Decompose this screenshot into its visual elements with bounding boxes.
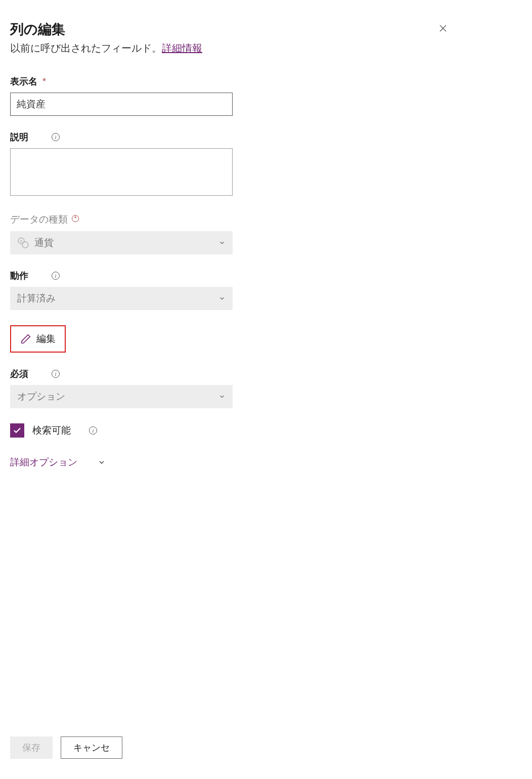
info-icon[interactable]: i: [52, 272, 60, 280]
currency-icon: $: [17, 237, 29, 249]
cancel-button[interactable]: キャンセ: [61, 737, 122, 759]
behavior-dropdown: 計算済み: [10, 287, 233, 310]
data-type-label: データの種類: [10, 213, 68, 226]
info-icon[interactable]: i: [89, 426, 97, 435]
checkmark-icon: [13, 426, 22, 435]
subtitle-text: 以前に呼び出されたフィールド。: [10, 42, 162, 54]
advanced-options-toggle[interactable]: 詳細オプション: [10, 456, 522, 469]
data-type-dropdown: $ 通貨: [10, 231, 233, 254]
advanced-options-label: 詳細オプション: [10, 456, 77, 469]
display-name-label: 表示名: [10, 75, 37, 88]
description-label: 説明: [10, 131, 28, 143]
edit-button-label: 編集: [36, 332, 56, 345]
data-type-value: 通貨: [34, 236, 54, 249]
pencil-icon: [20, 333, 31, 344]
learn-more-link[interactable]: 詳細情報: [162, 42, 202, 54]
chevron-down-icon: [98, 458, 106, 466]
chevron-down-icon: [218, 239, 226, 246]
close-icon: [438, 24, 448, 33]
searchable-label: 検索可能: [32, 424, 71, 437]
info-icon[interactable]: i: [52, 370, 60, 378]
svg-text:$: $: [20, 239, 23, 243]
save-button: 保存: [10, 737, 53, 759]
behavior-label: 動作: [10, 270, 28, 282]
panel-subtitle: 以前に呼び出されたフィールド。詳細情報: [10, 41, 522, 55]
panel-title: 列の編集: [10, 20, 65, 38]
required-label: 必須: [10, 368, 28, 380]
required-asterisk: *: [42, 76, 46, 87]
chevron-down-icon: [218, 393, 226, 400]
behavior-value: 計算済み: [17, 292, 56, 305]
close-button[interactable]: [435, 20, 451, 36]
searchable-checkbox[interactable]: [10, 423, 24, 438]
required-dropdown: オプション: [10, 385, 233, 408]
edit-button[interactable]: 編集: [10, 325, 66, 353]
display-name-input[interactable]: [10, 93, 233, 116]
svg-point-3: [22, 242, 28, 248]
required-value: オプション: [17, 390, 65, 403]
description-input[interactable]: [10, 148, 233, 196]
required-asterisk: *: [72, 215, 79, 222]
chevron-down-icon: [218, 295, 226, 302]
info-icon[interactable]: i: [52, 133, 60, 141]
